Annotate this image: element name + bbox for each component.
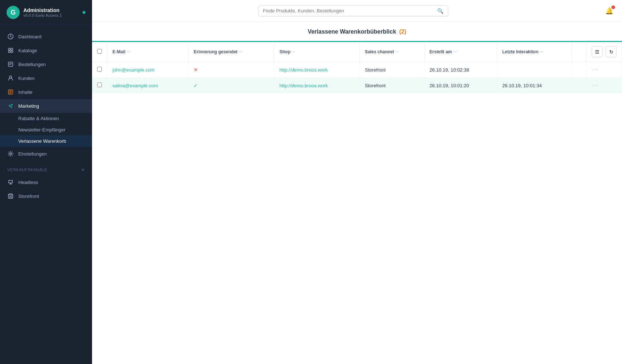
sidebar-item-label-inhalte: Inhalte bbox=[18, 89, 33, 95]
row-1-erinnerung: ✕ bbox=[188, 62, 274, 78]
headless-icon bbox=[7, 179, 14, 185]
sidebar-subitem-label-newsletter: Newsletter-Empfänger bbox=[18, 127, 65, 133]
settings-icon bbox=[7, 150, 14, 157]
sidebar-item-headless[interactable]: Headless bbox=[0, 175, 92, 189]
app-version: v6.0.0 Early Access 2 bbox=[23, 13, 79, 18]
svg-rect-2 bbox=[11, 48, 13, 50]
col-label-erinnerung: Erinnerung gesendet bbox=[194, 49, 237, 54]
page-title-text: Verlassene Warenkorbüberblick bbox=[308, 28, 396, 35]
sidebar-item-dashboard[interactable]: Dashboard bbox=[0, 30, 92, 43]
svg-point-8 bbox=[10, 153, 12, 155]
row-2-checkbox[interactable] bbox=[97, 83, 102, 87]
col-label-erstellt-am: Erstellt am bbox=[430, 49, 452, 54]
app-logo: G bbox=[7, 6, 20, 19]
row-2-context-menu-button[interactable]: ··· bbox=[592, 82, 599, 88]
sidebar-item-marketing[interactable]: Marketing bbox=[0, 99, 92, 113]
row-1-erinnerung-cross: ✕ bbox=[194, 67, 198, 73]
main-content: 🔍 🔔 Verlassene Warenkorbüberblick (2) bbox=[92, 0, 622, 364]
svg-rect-3 bbox=[8, 51, 10, 53]
table-section: Verlassene Warenkorbüberblick (2) E-Mail… bbox=[92, 22, 622, 93]
content-icon bbox=[7, 89, 14, 95]
customers-icon bbox=[7, 75, 14, 81]
svg-rect-5 bbox=[8, 62, 13, 66]
row-2-email-link[interactable]: salina@example.com bbox=[112, 83, 158, 88]
sidebar-item-label-headless: Headless bbox=[18, 180, 38, 185]
row-1-checkbox-cell[interactable] bbox=[92, 62, 107, 78]
search-icon[interactable]: 🔍 bbox=[437, 8, 443, 14]
sidebar: G Administration v6.0.0 Early Access 2 D… bbox=[0, 0, 92, 364]
data-table: E-Mail ··· Erinnerung gesendet ··· bbox=[92, 42, 622, 93]
table-body: john@example.com ✕ http://demo.broos.wor… bbox=[92, 62, 622, 93]
row-2-checkbox-cell[interactable] bbox=[92, 78, 107, 93]
table-header-row: E-Mail ··· Erinnerung gesendet ··· bbox=[92, 42, 622, 62]
refresh-button[interactable]: ↻ bbox=[606, 46, 617, 57]
page-title: Verlassene Warenkorbüberblick (2) bbox=[308, 28, 406, 35]
search-bar[interactable]: 🔍 bbox=[258, 5, 448, 16]
col-header-shop: Shop ··· bbox=[274, 42, 360, 62]
row-1-checkbox[interactable] bbox=[97, 67, 102, 72]
row-1-email-link[interactable]: john@example.com bbox=[112, 67, 154, 73]
table-row: john@example.com ✕ http://demo.broos.wor… bbox=[92, 62, 622, 78]
sidebar-subitem-newsletter[interactable]: Newsletter-Empfänger bbox=[0, 124, 92, 135]
sidebar-item-inhalte[interactable]: Inhalte bbox=[0, 85, 92, 99]
row-1-sales-channel: Storefront bbox=[359, 62, 424, 78]
status-dot bbox=[83, 11, 85, 14]
sidebar-item-storefront[interactable]: Storefront bbox=[0, 189, 92, 203]
row-2-erstellt-am: 26.10.19, 10:01:20 bbox=[424, 78, 497, 93]
row-1-context-menu-button[interactable]: ··· bbox=[592, 66, 599, 73]
sidebar-subitem-rabatte[interactable]: Rabatte & Aktionen bbox=[0, 113, 92, 124]
sidebar-subitem-warenkorb[interactable]: Verlassene Warenkorb bbox=[0, 135, 92, 147]
col-header-erstellt-am: Erstellt am ··· bbox=[424, 42, 497, 62]
col-options-email[interactable]: ··· bbox=[127, 50, 130, 54]
topbar-right: 🔔 bbox=[605, 7, 613, 15]
row-2-sales-channel: Storefront bbox=[359, 78, 424, 93]
sidebar-item-label-storefront: Storefront bbox=[18, 194, 39, 199]
notification-button[interactable]: 🔔 bbox=[605, 7, 613, 15]
sidebar-subitem-label-rabatte: Rabatte & Aktionen bbox=[18, 116, 59, 121]
sidebar-item-kataloge[interactable]: Kataloge bbox=[0, 43, 92, 57]
col-options-shop[interactable]: ··· bbox=[292, 50, 295, 54]
col-options-letzte-interaktion[interactable]: ··· bbox=[540, 50, 543, 54]
row-2-shop-link[interactable]: http://demo.broos.work bbox=[279, 83, 328, 88]
sidebar-subitem-label-warenkorb: Verlassene Warenkorb bbox=[18, 138, 66, 144]
dashboard-icon bbox=[7, 33, 14, 40]
marketing-icon bbox=[7, 103, 14, 109]
row-1-letzte-interaktion bbox=[497, 62, 572, 78]
col-label-email: E-Mail bbox=[112, 49, 125, 54]
col-header-erinnerung: Erinnerung gesendet ··· bbox=[188, 42, 274, 62]
svg-rect-4 bbox=[11, 51, 13, 53]
search-input[interactable] bbox=[263, 8, 434, 14]
row-1-actions: ··· bbox=[587, 62, 622, 78]
sidebar-item-label-kataloge: Kataloge bbox=[18, 48, 37, 53]
table-title-bar: Verlassene Warenkorbüberblick (2) bbox=[92, 22, 622, 42]
sales-channels-section: Verkaufskanäle + bbox=[0, 161, 92, 175]
app-name: Administration bbox=[23, 7, 79, 13]
sidebar-item-bestellungen[interactable]: Bestellungen bbox=[0, 57, 92, 71]
row-2-erinnerung-check: ✓ bbox=[194, 83, 198, 88]
col-header-actions: ☰ ↻ bbox=[587, 42, 622, 62]
sidebar-item-einstellungen[interactable]: Einstellungen bbox=[0, 147, 92, 161]
row-2-email: salina@example.com bbox=[107, 78, 188, 93]
col-options-erstellt-am[interactable]: ··· bbox=[453, 50, 457, 54]
sidebar-item-kunden[interactable]: Kunden bbox=[0, 71, 92, 85]
sidebar-item-label-dashboard: Dashboard bbox=[18, 34, 42, 39]
topbar: 🔍 🔔 bbox=[92, 0, 622, 22]
sales-channels-label: Verkaufskanäle bbox=[7, 168, 47, 172]
columns-toggle-button[interactable]: ☰ bbox=[592, 46, 603, 57]
row-2-erinnerung: ✓ bbox=[188, 78, 274, 93]
row-1-spacer bbox=[572, 62, 587, 78]
sidebar-item-label-bestellungen: Bestellungen bbox=[18, 62, 46, 67]
col-options-sales-channel[interactable]: ··· bbox=[396, 50, 399, 54]
add-sales-channel-button[interactable]: + bbox=[81, 166, 85, 173]
sidebar-nav: Dashboard Kataloge Bestell bbox=[0, 25, 92, 364]
sidebar-header: G Administration v6.0.0 Early Access 2 bbox=[0, 0, 92, 25]
svg-point-6 bbox=[9, 76, 12, 78]
select-all-cell[interactable] bbox=[92, 42, 107, 62]
col-header-spacer bbox=[572, 42, 587, 62]
row-2-spacer bbox=[572, 78, 587, 93]
select-all-checkbox[interactable] bbox=[97, 49, 102, 54]
row-1-shop-link[interactable]: http://demo.broos.work bbox=[279, 67, 328, 73]
page-content: Verlassene Warenkorbüberblick (2) E-Mail… bbox=[92, 22, 622, 364]
col-options-erinnerung[interactable]: ··· bbox=[239, 50, 242, 54]
orders-icon bbox=[7, 61, 14, 68]
